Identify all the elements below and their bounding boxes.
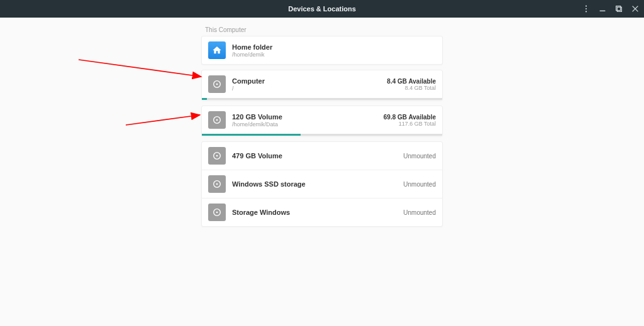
- row-available: 8.4 GB Available: [387, 78, 436, 85]
- minimize-icon[interactable]: [597, 4, 608, 14]
- maximize-icon[interactable]: [614, 4, 624, 14]
- svg-point-2: [586, 11, 587, 12]
- home-folder-icon: [208, 41, 226, 59]
- svg-point-13: [216, 183, 218, 185]
- window-controls: [581, 0, 640, 18]
- usage-bar: [202, 134, 442, 136]
- usage-bar: [202, 98, 442, 100]
- menu-icon[interactable]: [581, 4, 591, 14]
- row-root[interactable]: Computer / 8.4 GB Available 8.4 GB Total: [202, 70, 442, 98]
- card-root: Computer / 8.4 GB Available 8.4 GB Total: [201, 70, 443, 101]
- disk-icon: [208, 175, 226, 193]
- row-path: /home/demik/Data: [232, 121, 384, 128]
- row-path: /: [232, 85, 387, 92]
- row-home[interactable]: Home folder /home/demik: [202, 36, 442, 64]
- row-title: Windows SSD storage: [232, 180, 403, 188]
- row-title: Home folder: [232, 43, 436, 51]
- row-status: Unmounted: [403, 209, 436, 216]
- section-label: This Computer: [205, 26, 443, 33]
- svg-point-1: [586, 8, 587, 9]
- svg-rect-3: [600, 11, 606, 11]
- card-data: 120 GB Volume /home/demik/Data 69.8 GB A…: [201, 106, 443, 136]
- row-status: Unmounted: [403, 181, 436, 188]
- svg-point-7: [216, 84, 218, 85]
- svg-point-11: [216, 155, 218, 157]
- devices-panel: This Computer Home folder /home/demik: [201, 26, 443, 232]
- svg-rect-5: [617, 7, 621, 11]
- svg-point-15: [216, 212, 218, 214]
- svg-rect-4: [616, 6, 621, 11]
- disk-icon: [208, 75, 226, 93]
- row-available: 69.8 GB Available: [384, 114, 436, 121]
- row-total: 8.4 GB Total: [387, 85, 436, 91]
- disk-icon: [208, 147, 226, 165]
- row-status: Unmounted: [403, 153, 436, 160]
- row-storwin[interactable]: Storage Windows Unmounted: [202, 198, 442, 226]
- row-total: 117.6 GB Total: [384, 121, 436, 127]
- usage-fill: [202, 134, 301, 136]
- svg-point-0: [586, 6, 587, 7]
- close-icon[interactable]: [630, 4, 640, 14]
- row-title: Computer: [232, 77, 387, 85]
- card-unmounted: 479 GB Volume Unmounted Windows SSD stor…: [201, 141, 443, 227]
- titlebar: Devices & Locations: [0, 0, 644, 18]
- window-title: Devices & Locations: [288, 5, 356, 13]
- page-body: This Computer Home folder /home/demik: [0, 18, 644, 232]
- row-title: 120 GB Volume: [232, 113, 384, 121]
- row-path: /home/demik: [232, 52, 436, 58]
- disk-icon: [208, 111, 226, 129]
- card-home: Home folder /home/demik: [201, 36, 443, 65]
- row-winssd[interactable]: Windows SSD storage Unmounted: [202, 170, 442, 198]
- row-vol479[interactable]: 479 GB Volume Unmounted: [202, 142, 442, 170]
- row-data[interactable]: 120 GB Volume /home/demik/Data 69.8 GB A…: [202, 106, 442, 134]
- disk-icon: [208, 204, 226, 221]
- row-title: Storage Windows: [232, 209, 403, 216]
- row-title: 479 GB Volume: [232, 152, 403, 160]
- svg-point-9: [216, 119, 218, 121]
- usage-fill: [202, 98, 207, 100]
